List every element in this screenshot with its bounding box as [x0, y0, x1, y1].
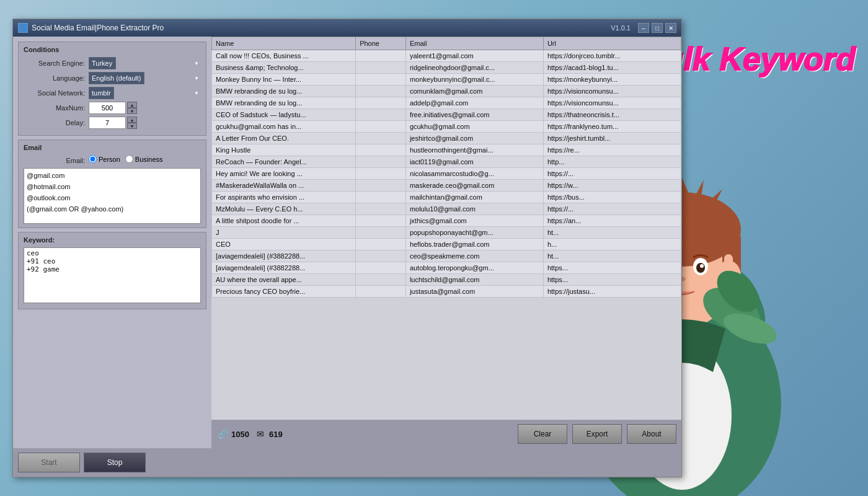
cell-phone [356, 250, 406, 262]
cell-name: AU where the overall appe... [212, 274, 356, 286]
table-row: Call now !!! CEOs, Business ...yaleent1@… [212, 50, 681, 62]
cell-phone [356, 227, 406, 239]
email-list-item: @outlook.com [27, 192, 198, 203]
link-count: 1050 [231, 430, 249, 439]
export-button[interactable]: Export [572, 424, 622, 444]
svg-point-16 [700, 264, 704, 268]
cell-url: https://monkeybunnyi... [543, 74, 681, 86]
table-row: [aviagemdealeli] (#3882288...autoblog.te… [212, 262, 681, 274]
close-button[interactable]: ✕ [665, 23, 676, 33]
cell-name: Call now !!! CEOs, Business ... [212, 50, 356, 62]
right-panel: Name Phone Email Url Call now !!! CEOs, … [211, 37, 681, 448]
app-version: V1.0.1 [611, 24, 631, 32]
app-window: Social Media Email|Phone Extractor Pro V… [12, 19, 682, 477]
table-row: A little shitpost doodle for ...jxthics@… [212, 215, 681, 227]
delay-input[interactable] [89, 117, 126, 129]
maxnum-input[interactable] [89, 102, 126, 114]
table-row: MzMolulu — Every C.EO h...molulu10@gmail… [212, 203, 681, 215]
cell-email: ridgelineohgdoor@gmail.c... [405, 62, 543, 74]
social-network-label: Social Network: [24, 89, 89, 97]
business-radio-label[interactable]: Business [125, 155, 163, 163]
table-row: A Letter From Our CEO.jeshirtco@gmail.co… [212, 133, 681, 144]
person-radio-text: Person [99, 156, 120, 163]
cell-name: gcukhu@gmail.com has in... [212, 121, 356, 133]
maximize-button[interactable]: □ [652, 23, 663, 33]
table-body: Call now !!! CEOs, Business ...yaleent1@… [212, 50, 681, 298]
language-label: Language: [24, 74, 89, 82]
cell-phone [356, 180, 406, 192]
about-button[interactable]: About [627, 424, 676, 444]
cell-email: molulu10@gmail.com [405, 203, 543, 215]
window-controls: – □ ✕ [638, 23, 676, 33]
cell-name: MzMolulu — Every C.EO h... [212, 203, 356, 215]
main-content: Conditions Search Engine: Turkey Languag… [13, 37, 681, 448]
cell-phone [356, 121, 406, 133]
status-bar: 🔗 1050 ✉ 619 Clear Export About [211, 420, 681, 448]
language-select[interactable]: English (default) [89, 72, 144, 84]
email-section: Email Email: Person Business [18, 140, 206, 228]
email-list-item: (@gmail.com OR @yahoo.com) [27, 203, 198, 215]
column-header-url: Url [543, 37, 681, 50]
cell-name: A little shitpost doodle for ... [212, 215, 356, 227]
cell-name: King Hustle [212, 144, 356, 156]
cell-name: Monkey Bunny Inc — Inter... [212, 74, 356, 86]
cell-email: jxthics@gmail.com [405, 215, 543, 227]
cell-name: CEO [212, 239, 356, 250]
table-row: #MaskeradeWallaWalla on ...maskerade.ceo… [212, 180, 681, 192]
cell-phone [356, 74, 406, 86]
email-count-item: ✉ 619 [254, 429, 283, 439]
cell-email: autoblog.teropongku@gm... [405, 262, 543, 274]
cell-name: [aviagemdealeli] (#3882288... [212, 250, 356, 262]
cell-url: https://... [543, 168, 681, 180]
table-row: Precious fancy CEO boyfrie...justasuta@g… [212, 286, 681, 298]
cell-email: iact0119@gmail.com [405, 156, 543, 168]
maxnum-down-button[interactable]: ▼ [127, 108, 137, 114]
column-header-phone: Phone [356, 37, 406, 50]
cell-email: luchtschild@gmail.com [405, 274, 543, 286]
cell-name: For aspirants who envision ... [212, 192, 356, 203]
cell-email: maskerade.ceo@gmail.com [405, 180, 543, 192]
maxnum-row: MaxNum: ▲ ▼ [24, 102, 201, 114]
table-row: Hey amici! We are looking ...nicolasamma… [212, 168, 681, 180]
cell-email: hustleornothingent@gmai... [405, 144, 543, 156]
cell-email: addelp@gmail.com [405, 97, 543, 109]
person-radio[interactable] [89, 155, 97, 163]
maxnum-label: MaxNum: [24, 104, 89, 112]
cell-name: ReCoach — Founder: Angel... [212, 156, 356, 168]
cell-url: https://jeshirt.tumbl... [543, 133, 681, 144]
delay-down-button[interactable]: ▼ [127, 123, 137, 129]
delay-row: Delay: ▲ ▼ [24, 117, 201, 129]
cell-phone [356, 156, 406, 168]
minimize-button[interactable]: – [638, 23, 649, 33]
social-network-row: Social Network: tumblr [24, 87, 201, 99]
table-row: BMW rebranding de su log...comunklam@gma… [212, 86, 681, 97]
person-radio-label[interactable]: Person [89, 155, 120, 163]
business-radio[interactable] [125, 155, 133, 163]
cell-url: https://franklyneo.tum... [543, 121, 681, 133]
maxnum-up-button[interactable]: ▲ [127, 102, 137, 108]
cell-email: popupshoponayacht@gm... [405, 227, 543, 239]
data-table-wrapper: Name Phone Email Url Call now !!! CEOs, … [211, 37, 681, 420]
clear-button[interactable]: Clear [518, 424, 567, 444]
conditions-title: Conditions [24, 46, 201, 53]
cell-email: mailchintan@gmail.com [405, 192, 543, 203]
maxnum-spinner: ▲ ▼ [89, 102, 137, 114]
stop-button[interactable]: Stop [84, 453, 146, 472]
column-header-name: Name [212, 37, 356, 50]
cell-url: https://thatneoncrisis.t... [543, 109, 681, 121]
cell-phone [356, 86, 406, 97]
cell-phone [356, 215, 406, 227]
table-row: AU where the overall appe...luchtschild@… [212, 274, 681, 286]
social-network-select[interactable]: tumblr [89, 87, 114, 99]
keyword-input[interactable]: ceo +91 ceo +92 game [24, 247, 201, 303]
cell-name: Hey amici! We are looking ... [212, 168, 356, 180]
language-select-wrapper: English (default) [89, 72, 201, 84]
start-button[interactable]: Start [18, 453, 80, 472]
cell-name: A Letter From Our CEO. [212, 133, 356, 144]
cell-phone [356, 144, 406, 156]
email-radio-row: Email: Person Business [24, 155, 201, 166]
table-header-row: Name Phone Email Url [212, 37, 681, 50]
search-engine-select[interactable]: Turkey [89, 57, 116, 69]
delay-up-button[interactable]: ▲ [127, 117, 137, 123]
cell-name: BMW rebranding de su log... [212, 86, 356, 97]
